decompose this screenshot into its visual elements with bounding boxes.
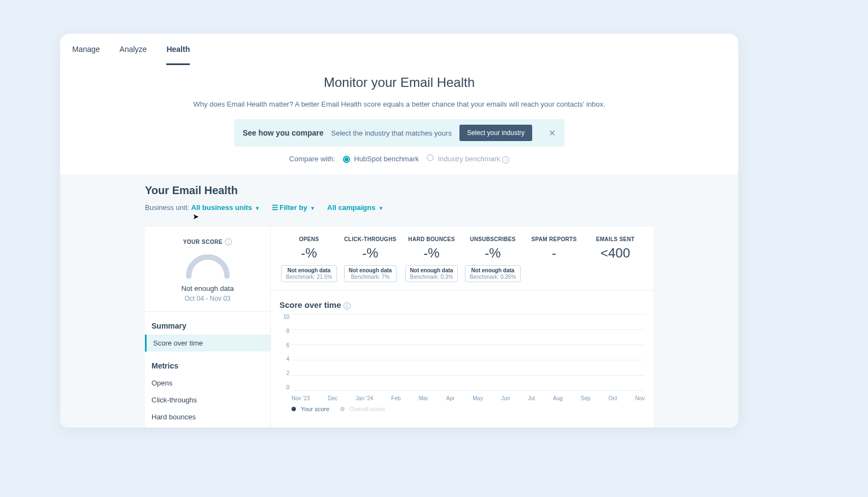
legend-dot-icon	[340, 407, 345, 411]
chart-legend: Your score Overall score	[279, 401, 645, 419]
info-icon[interactable]: i	[225, 238, 232, 245]
campaigns-label: All campaigns	[327, 203, 375, 212]
filter-by-label: Filter by	[279, 203, 307, 212]
x-tick: Oct	[609, 395, 617, 401]
metric-bench: Benchmark: 7%	[349, 273, 392, 282]
metrics-row: OPENS -% Not enough data Benchmark: 21.5…	[271, 226, 654, 290]
metric-spam-reports: SPAM REPORTS -	[523, 236, 585, 282]
section-title: Your Email Health	[145, 184, 654, 197]
campaigns-dropdown[interactable]: All campaigns ▾	[327, 203, 382, 212]
top-tabs: Manage Analyze Health	[60, 34, 738, 65]
x-tick: Mar	[419, 395, 428, 401]
info-icon[interactable]: i	[343, 302, 351, 309]
metric-hard-bounces: HARD BOUNCES -% Not enough data Benchmar…	[401, 236, 462, 282]
metric-badge-text: Not enough data	[410, 267, 453, 273]
header-section: Monitor your Email Health Why does Email…	[60, 65, 738, 174]
y-tick: 2	[279, 370, 289, 376]
nav-item-score-over-time[interactable]: Score over time	[145, 335, 270, 352]
metric-value: -%	[281, 245, 337, 261]
business-unit-label: Business unit:	[145, 203, 189, 212]
section-header: Your Email Health Business unit: All bus…	[145, 184, 654, 217]
legend-label: Overall score	[349, 406, 385, 412]
metric-bench: Benchmark: 0.35%	[470, 273, 516, 282]
compare-label: Compare with:	[289, 155, 335, 163]
metric-value: -%	[464, 245, 521, 261]
close-icon[interactable]: ✕	[549, 128, 556, 138]
x-tick: Jun	[501, 395, 510, 401]
compare-row: Compare with: HubSpot benchmark Industry…	[77, 154, 722, 163]
x-tick: Jul	[528, 395, 535, 401]
legend-item-your-score: Your score	[292, 406, 329, 412]
tab-manage[interactable]: Manage	[72, 45, 100, 65]
y-tick: 0	[279, 384, 289, 390]
metric-badge-text: Not enough data	[471, 267, 515, 273]
compare-opt1-label: HubSpot benchmark	[354, 155, 419, 163]
panels: YOUR SCORE i Not enough data Oct 04 - No…	[145, 226, 654, 428]
metric-label: SPAM REPORTS	[526, 236, 582, 242]
legend-dot-icon	[292, 407, 296, 411]
x-tick: Feb	[391, 395, 400, 401]
filter-by-dropdown[interactable]: ☰ Filter by ▾	[272, 203, 314, 212]
metric-label: HARD BOUNCES	[403, 236, 460, 242]
x-tick: Apr	[446, 395, 455, 401]
x-tick: Nov '23	[292, 395, 310, 401]
business-unit-dropdown[interactable]: All business units ▾	[191, 203, 259, 212]
chart-block: Score over time i 10 8 6 4 2 0	[271, 290, 654, 423]
nav-group-metrics: Metrics	[145, 357, 270, 375]
x-tick: Sep	[581, 395, 591, 401]
x-tick: Nov	[635, 395, 645, 401]
banner-heading: See how you compare	[243, 128, 324, 137]
metric-label: UNSUBSCRIBES	[464, 236, 521, 242]
radio-hubspot-benchmark[interactable]: HubSpot benchmark	[343, 155, 419, 163]
chevron-down-icon: ▾	[256, 205, 259, 211]
y-tick: 6	[279, 342, 289, 348]
metric-badge: Not enough data Benchmark: 0.35%	[465, 265, 521, 282]
side-nav: Summary Score over time Metrics Opens Cl…	[145, 312, 270, 428]
metric-label: CLICK-THROUGHS	[342, 236, 399, 242]
nav-item-hard-bounces[interactable]: Hard bounces	[145, 408, 270, 425]
x-tick: Jan '24	[356, 395, 373, 401]
lower-section: Your Email Health Business unit: All bus…	[60, 174, 738, 428]
metric-badge-text: Not enough data	[288, 267, 331, 273]
metric-value: -%	[403, 245, 460, 261]
page-subtitle: Why does Email Health matter? A better E…	[77, 100, 722, 108]
chevron-down-icon: ▾	[311, 205, 314, 211]
cursor-icon: ➤	[193, 212, 199, 221]
content-wrap: Your Email Health Business unit: All bus…	[145, 184, 654, 428]
metric-value: -	[526, 245, 582, 261]
score-block: YOUR SCORE i Not enough data Oct 04 - No…	[145, 226, 270, 312]
legend-label: Your score	[301, 406, 329, 412]
nav-item-click-throughs[interactable]: Click-throughs	[145, 391, 270, 408]
metric-value: <400	[587, 245, 644, 261]
nav-item-opens[interactable]: Opens	[145, 375, 270, 391]
metric-unsubscribes: UNSUBSCRIBES -% Not enough data Benchmar…	[462, 236, 523, 282]
nav-item-unsubscribes[interactable]: Unsubscribes	[145, 425, 270, 428]
business-unit-value: All business units	[191, 203, 252, 212]
y-tick: 8	[279, 328, 289, 334]
x-tick: Aug	[553, 395, 563, 401]
left-panel: YOUR SCORE i Not enough data Oct 04 - No…	[145, 226, 271, 428]
metric-badge: Not enough data Benchmark: 0.3%	[405, 265, 458, 282]
nav-group-summary: Summary	[145, 317, 270, 335]
chart-gridlines	[292, 314, 645, 390]
metric-click-throughs: CLICK-THROUGHS -% Not enough data Benchm…	[340, 236, 401, 282]
tab-health[interactable]: Health	[166, 45, 190, 65]
score-status: Not enough data	[150, 284, 265, 293]
legend-item-overall: Overall score	[340, 406, 385, 412]
x-tick: May	[473, 395, 483, 401]
tab-analyze[interactable]: Analyze	[120, 45, 147, 65]
radio-icon-disabled	[427, 154, 434, 161]
banner-text: Select the industry that matches yours	[331, 129, 452, 137]
info-icon[interactable]: i	[502, 156, 509, 163]
y-tick: 4	[279, 356, 289, 362]
metric-bench: Benchmark: 0.3%	[410, 273, 453, 282]
chart-y-ticks: 10 8 6 4 2 0	[279, 314, 289, 390]
your-score-label: YOUR SCORE	[183, 239, 223, 245]
metric-badge: Not enough data Benchmark: 21.5%	[281, 265, 337, 282]
select-industry-button[interactable]: Select your industry	[459, 125, 532, 141]
score-date: Oct 04 - Nov 03	[150, 295, 265, 302]
radio-industry-benchmark[interactable]: Industry benchmark i	[427, 154, 509, 163]
chart-x-ticks: Nov '23 Dec Jan '24 Feb Mar Apr May Jun …	[292, 395, 645, 401]
y-tick: 10	[279, 314, 289, 320]
chevron-down-icon: ▾	[380, 205, 382, 211]
